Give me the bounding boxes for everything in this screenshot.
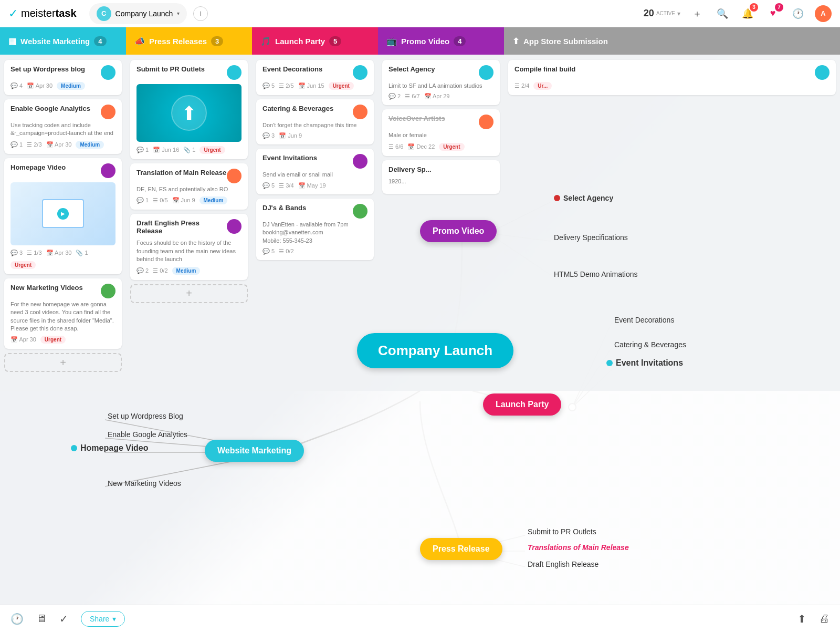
share-button[interactable]: Share ▾: [81, 611, 125, 627]
attachment-count: 📎 1: [76, 250, 88, 256]
comment-count: 💬 2: [388, 93, 401, 100]
press-icon: 📣: [134, 36, 145, 46]
info-button[interactable]: i: [193, 6, 208, 21]
mindmap-promo-node[interactable]: Promo Video: [420, 220, 497, 242]
avatar: [101, 105, 116, 119]
mindmap-label-submit-pr[interactable]: Submit to PR Outlets: [528, 527, 596, 536]
status-badge: Urgent: [200, 146, 225, 154]
column-header-promo[interactable]: 📺 Promo Video 4: [378, 27, 504, 55]
card-title: VoiceOver Artists: [388, 115, 445, 122]
mindmap-website-node[interactable]: Website Marketing: [205, 440, 304, 462]
card-marketing-videos[interactable]: New Marketing Videos For the new homepag…: [4, 278, 122, 349]
task-count: ☰ 6/6: [388, 143, 403, 150]
mindmap-label-analytics[interactable]: Enable Google Analytics: [108, 430, 187, 439]
main-area: Set up Wordpress blog 💬 4 📅 Apr 30 Mediu…: [0, 55, 840, 605]
card-title: Event Decorations: [262, 65, 322, 73]
search-button[interactable]: 🔍: [714, 5, 731, 22]
promo-label: Promo Video: [401, 37, 449, 46]
avatar: [353, 105, 368, 119]
mindmap-label-event-decorations[interactable]: Event Decorations: [614, 316, 674, 324]
download-icon[interactable]: ⬆: [797, 613, 806, 625]
add-card-button[interactable]: +: [4, 353, 122, 372]
launch-count: 5: [329, 36, 341, 46]
alerts-button[interactable]: ♥ 7: [764, 5, 781, 22]
kanban-col-website: Set up Wordpress blog 💬 4 📅 Apr 30 Mediu…: [0, 55, 126, 391]
mindmap-label-translations[interactable]: Translations of Main Release: [528, 543, 629, 552]
card-desc: DE, EN, ES and potentially also RO: [136, 185, 242, 193]
card-translation[interactable]: Translation of Main Release DE, EN, ES a…: [130, 163, 248, 210]
mindmap-label-draft-english[interactable]: Draft English Release: [528, 560, 598, 568]
card-desc: 1920...: [388, 178, 494, 185]
column-header-press[interactable]: 📣 Press Releases 3: [126, 27, 252, 55]
mindmap-label-event-invitations[interactable]: Event Invitations: [606, 358, 683, 368]
card-draft-press[interactable]: Draft English Press Release Focus should…: [130, 214, 248, 279]
mindmap-label-delivery-specs[interactable]: Delivery Specifications: [554, 233, 628, 242]
website-icon: ▦: [8, 36, 16, 46]
mindmap-label-select-agency[interactable]: Select Agency: [554, 194, 613, 203]
homepage-video-dot: [71, 445, 77, 451]
column-header-launch[interactable]: 🎵 Launch Party 5: [252, 27, 378, 55]
card-invitations[interactable]: Event Invitations Send via email or snai…: [256, 149, 374, 194]
column-header-website[interactable]: ▦ Website Marketing 4: [0, 27, 126, 55]
mindmap-label-marketing-videos[interactable]: New Marketing Videos: [108, 479, 181, 488]
mindmap-label-html5-demo[interactable]: HTML5 Demo Animations: [554, 270, 638, 278]
svg-point-17: [569, 403, 576, 411]
upload-icon: ⬆: [171, 95, 207, 131]
card-wordpress[interactable]: Set up Wordpress blog 💬 4 📅 Apr 30 Mediu…: [4, 60, 122, 95]
card-image: ▶: [10, 182, 116, 245]
due-date: 📅 Apr 30: [46, 250, 72, 256]
card-submit-pr[interactable]: Submit to PR Outlets ⬆ 💬 1 📅 Jun 16: [130, 60, 248, 159]
add-card-button[interactable]: +: [130, 284, 248, 303]
card-event-decorations[interactable]: Event Decorations 💬 5 ☰ 2/5 📅 Jun 15 Urg…: [256, 60, 374, 95]
card-desc: DJ VanEtten - available from 7pmbooking@…: [262, 221, 368, 245]
task-count: ☰ 0/2: [279, 248, 293, 255]
card-dj-bands[interactable]: DJ's & Bands DJ VanEtten - available fro…: [256, 199, 374, 260]
add-button[interactable]: ＋: [689, 5, 706, 22]
appstore-icon: ⬆: [512, 36, 519, 46]
comment-count: 💬 3: [262, 132, 275, 139]
card-title: Enable Google Analytics: [10, 105, 90, 112]
status-badge: Ur...: [533, 82, 552, 90]
check-icon[interactable]: ✓: [59, 613, 68, 625]
card-compile-build[interactable]: Compile final build ☰ 2/4 Ur...: [508, 60, 836, 95]
card-desc: Focus should be on the history of the fo…: [136, 239, 242, 263]
card-desc: Limit to SF and LA animation studios: [388, 82, 494, 90]
mindmap-label-wordpress[interactable]: Set up Wordpress Blog: [108, 412, 183, 420]
mindmap-label-homepage-video[interactable]: Homepage Video: [71, 443, 149, 453]
card-title: Homepage Video: [10, 163, 66, 171]
column-header-appstore[interactable]: ⬆ App Store Submission: [504, 27, 840, 55]
task-count: ☰ 3/4: [279, 182, 293, 189]
status-badge: Medium: [200, 196, 228, 204]
mindmap-center-node[interactable]: Company Launch: [357, 333, 513, 368]
mindmap-press-node[interactable]: Press Release: [420, 538, 502, 560]
comment-count: 💬 1: [136, 197, 149, 204]
card-select-agency[interactable]: Select Agency Limit to SF and LA animati…: [382, 60, 500, 105]
comment-count: 💬 1: [10, 141, 23, 148]
card-homepage-video[interactable]: Homepage Video ▶ 💬 3 ☰ 1/3 📅 Apr 30 📎 1 …: [4, 158, 122, 274]
pr-image: ⬆: [136, 84, 242, 142]
task-count: ☰ 0/2: [153, 267, 167, 274]
mindmap-label-catering[interactable]: Catering & Beverages: [614, 340, 686, 349]
card-catering[interactable]: Catering & Beverages Don't forget the ch…: [256, 99, 374, 144]
avatar: [353, 204, 368, 219]
card-analytics[interactable]: Enable Google Analytics Use tracking cod…: [4, 99, 122, 154]
clock-button[interactable]: 🕐: [790, 5, 806, 22]
card-delivery-specs[interactable]: Delivery Sp... 1920...: [382, 160, 500, 194]
due-date: 📅 May 19: [298, 182, 326, 189]
avatar: [101, 163, 116, 178]
history-icon[interactable]: 🕐: [10, 613, 24, 625]
top-navigation: ✓ meistertask C Company Launch ▾ i 20 AC…: [0, 0, 840, 27]
desktop-icon[interactable]: 🖥: [36, 613, 47, 625]
print-icon[interactable]: 🖨: [819, 613, 830, 625]
avatar: [353, 154, 368, 169]
notifications-button[interactable]: 🔔 3: [739, 5, 756, 22]
project-selector[interactable]: C Company Launch ▾: [89, 3, 187, 24]
user-avatar[interactable]: A: [815, 5, 832, 22]
card-meta: ☰ 2/4 Ur...: [514, 82, 830, 90]
card-voiceover[interactable]: VoiceOver Artists Male or female ☰ 6/6 📅…: [382, 109, 500, 156]
card-title: DJ's & Bands: [262, 204, 306, 212]
kanban-col-press: Submit to PR Outlets ⬆ 💬 1 📅 Jun 16: [126, 55, 252, 391]
card-meta: 💬 1 ☰ 0/5 📅 Jun 9 Medium: [136, 196, 242, 204]
card-title: Select Agency: [388, 65, 435, 73]
mindmap-launch-node[interactable]: Launch Party: [483, 393, 561, 416]
